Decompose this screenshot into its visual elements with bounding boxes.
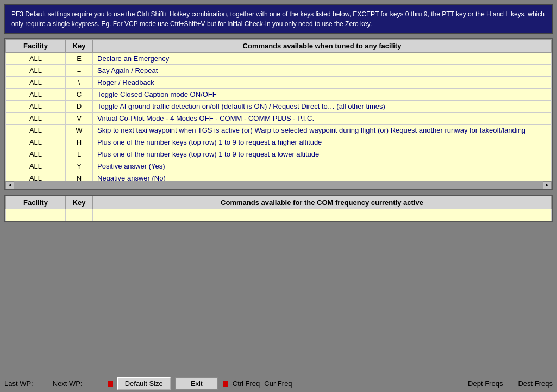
key-cell: Y bbox=[66, 160, 93, 172]
table-row: ALLLPlus one of the number keys (top row… bbox=[6, 148, 552, 160]
key-cell: = bbox=[66, 65, 93, 77]
top-table-container: Facility Key Commands available when tun… bbox=[4, 38, 553, 190]
table-row: ALLNNegative answer (No) bbox=[6, 172, 552, 181]
ctrl-freq-label: Ctrl Freq bbox=[233, 379, 260, 388]
bottom-table-col2-header: Key bbox=[66, 196, 93, 209]
top-table-col1-header: Facility bbox=[6, 40, 66, 53]
facility-cell: ALL bbox=[6, 89, 66, 101]
key-cell: W bbox=[66, 125, 93, 136]
red-square-2 bbox=[223, 381, 228, 387]
scroll-left-btn[interactable]: ◄ bbox=[5, 181, 14, 190]
key-cell: D bbox=[66, 101, 93, 113]
command-cell: Toggle Closed Caption mode ON/OFF bbox=[93, 89, 552, 101]
info-text: PF3 Default settings require you to use … bbox=[11, 10, 545, 28]
horizontal-scrollbar[interactable]: ◄ ► bbox=[5, 181, 552, 189]
command-cell: Plus one of the number keys (top row) 1 … bbox=[93, 136, 552, 148]
table-row: ALLCToggle Closed Caption mode ON/OFF bbox=[6, 89, 552, 101]
bottom-table-col3-header: Commands available for the COM frequency… bbox=[93, 196, 552, 209]
command-cell: Virtual Co-Pilot Mode - 4 Modes OFF - CO… bbox=[93, 113, 552, 125]
key-cell: E bbox=[66, 53, 93, 65]
key-cell: N bbox=[66, 172, 93, 181]
facility-cell: ALL bbox=[6, 160, 66, 172]
table-row: ALLVVirtual Co-Pilot Mode - 4 Modes OFF … bbox=[6, 113, 552, 125]
command-cell: Plus one of the number keys (top row) 1 … bbox=[93, 148, 552, 160]
dept-freqs-label: Dept Freqs bbox=[468, 379, 503, 388]
key-cell: \ bbox=[66, 77, 93, 89]
table-row: ALLEDeclare an Emergency bbox=[6, 53, 552, 65]
bottom-key-cell bbox=[66, 209, 93, 221]
bottom-command-cell bbox=[93, 209, 552, 221]
table-row: ALL=Say Again / Repeat bbox=[6, 65, 552, 77]
command-cell: Skip to next taxi waypoint when TGS is a… bbox=[93, 125, 552, 136]
table-row: ALLDToggle AI ground traffic detection o… bbox=[6, 101, 552, 113]
facility-cell: ALL bbox=[6, 125, 66, 136]
command-cell: Toggle AI ground traffic detection on/of… bbox=[93, 101, 552, 113]
facility-cell: ALL bbox=[6, 77, 66, 89]
command-cell: Declare an Emergency bbox=[93, 53, 552, 65]
key-cell: V bbox=[66, 113, 93, 125]
table-row: ALLYPositive answer (Yes) bbox=[6, 160, 552, 172]
top-table-col2-header: Key bbox=[66, 40, 93, 53]
dest-freqs-label: Dest Freqs bbox=[518, 379, 553, 388]
facility-cell: ALL bbox=[6, 113, 66, 125]
command-cell: Roger / Readback bbox=[93, 77, 552, 89]
command-cell: Negative answer (No) bbox=[93, 172, 552, 181]
key-cell: L bbox=[66, 148, 93, 160]
facility-cell: ALL bbox=[6, 172, 66, 181]
facility-cell: ALL bbox=[6, 148, 66, 160]
top-table-scroll[interactable]: Facility Key Commands available when tun… bbox=[5, 39, 552, 181]
info-box: PF3 Default settings require you to use … bbox=[4, 4, 553, 34]
bottom-facility-cell bbox=[6, 209, 66, 221]
status-bar: Last WP: Next WP: Default Size Exit Ctrl… bbox=[0, 375, 557, 392]
facility-cell: ALL bbox=[6, 53, 66, 65]
facility-cell: ALL bbox=[6, 101, 66, 113]
key-cell: C bbox=[66, 89, 93, 101]
bottom-table-col1-header: Facility bbox=[6, 196, 66, 209]
table-row: ALL\Roger / Readback bbox=[6, 77, 552, 89]
default-size-button[interactable]: Default Size bbox=[117, 377, 171, 390]
bottom-table: Facility Key Commands available for the … bbox=[5, 196, 552, 221]
key-cell: H bbox=[66, 136, 93, 148]
scroll-right-btn[interactable]: ► bbox=[543, 181, 552, 190]
red-square-1 bbox=[108, 381, 113, 387]
facility-cell: ALL bbox=[6, 65, 66, 77]
exit-button[interactable]: Exit bbox=[175, 377, 218, 390]
facility-cell: ALL bbox=[6, 136, 66, 148]
table-row bbox=[6, 209, 552, 221]
top-table-col3-header: Commands available when tuned to any fac… bbox=[93, 40, 552, 53]
command-cell: Positive answer (Yes) bbox=[93, 160, 552, 172]
command-cell: Say Again / Repeat bbox=[93, 65, 552, 77]
last-wp-label: Last WP: bbox=[4, 379, 33, 388]
bottom-table-container: Facility Key Commands available for the … bbox=[4, 195, 553, 222]
scroll-track bbox=[14, 181, 543, 190]
table-row: ALLHPlus one of the number keys (top row… bbox=[6, 136, 552, 148]
top-table: Facility Key Commands available when tun… bbox=[5, 39, 552, 181]
table-row: ALLWSkip to next taxi waypoint when TGS … bbox=[6, 125, 552, 136]
cur-freq-label: Cur Freq bbox=[264, 379, 292, 388]
next-wp-label: Next WP: bbox=[53, 379, 83, 388]
